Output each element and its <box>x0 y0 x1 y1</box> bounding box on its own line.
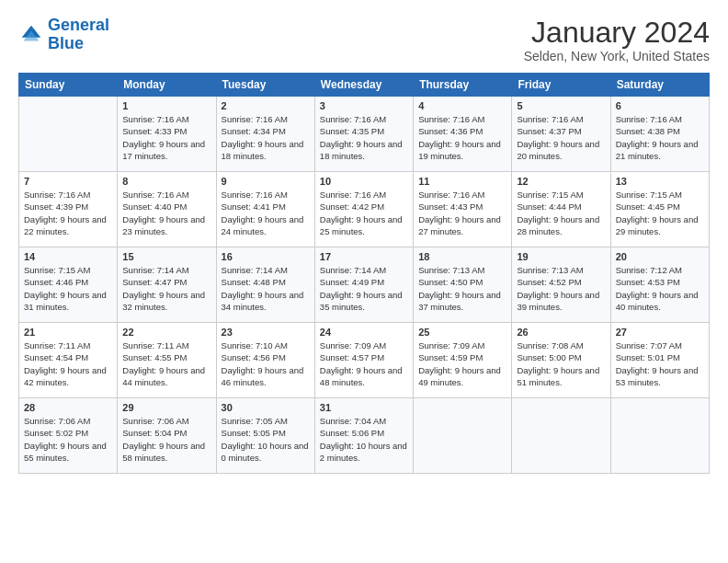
cell-4-3: 23Sunrise: 7:10 AMSunset: 4:56 PMDayligh… <box>216 323 314 398</box>
logo-line1: General <box>48 16 109 34</box>
day-info: Sunrise: 7:16 AMSunset: 4:41 PMDaylight:… <box>222 189 310 237</box>
title-block: January 2024 Selden, New York, United St… <box>524 17 710 63</box>
day-number: 16 <box>222 251 310 262</box>
day-info: Sunrise: 7:15 AMSunset: 4:44 PMDaylight:… <box>517 189 605 237</box>
col-thursday: Thursday <box>414 74 512 97</box>
week-row-4: 21Sunrise: 7:11 AMSunset: 4:54 PMDayligh… <box>19 323 710 398</box>
cell-5-5 <box>414 398 512 474</box>
cell-1-5: 4Sunrise: 7:16 AMSunset: 4:36 PMDaylight… <box>414 97 512 172</box>
day-info: Sunrise: 7:13 AMSunset: 4:52 PMDaylight:… <box>517 264 605 313</box>
cell-2-3: 9Sunrise: 7:16 AMSunset: 4:41 PMDaylight… <box>216 172 314 247</box>
cell-4-2: 22Sunrise: 7:11 AMSunset: 4:55 PMDayligh… <box>118 323 216 398</box>
logo-icon <box>18 22 44 48</box>
cell-3-1: 14Sunrise: 7:15 AMSunset: 4:46 PMDayligh… <box>19 247 118 323</box>
cell-2-5: 11Sunrise: 7:16 AMSunset: 4:43 PMDayligh… <box>414 172 512 247</box>
cell-3-4: 17Sunrise: 7:14 AMSunset: 4:49 PMDayligh… <box>314 247 413 323</box>
day-number: 27 <box>616 327 704 338</box>
day-number: 8 <box>122 176 210 187</box>
day-number: 23 <box>222 327 310 338</box>
day-info: Sunrise: 7:16 AMSunset: 4:34 PMDaylight:… <box>222 113 310 162</box>
cell-4-5: 25Sunrise: 7:09 AMSunset: 4:59 PMDayligh… <box>414 323 512 398</box>
col-wednesday: Wednesday <box>314 74 413 97</box>
day-info: Sunrise: 7:07 AMSunset: 5:01 PMDaylight:… <box>616 339 704 388</box>
logo-line2: Blue <box>48 34 84 52</box>
cell-5-2: 29Sunrise: 7:06 AMSunset: 5:04 PMDayligh… <box>118 398 216 474</box>
week-row-3: 14Sunrise: 7:15 AMSunset: 4:46 PMDayligh… <box>19 247 710 323</box>
day-number: 21 <box>24 327 112 338</box>
day-info: Sunrise: 7:15 AMSunset: 4:46 PMDaylight:… <box>24 264 112 313</box>
day-number: 6 <box>616 100 704 111</box>
col-saturday: Saturday <box>610 74 709 97</box>
cell-5-4: 31Sunrise: 7:04 AMSunset: 5:06 PMDayligh… <box>314 398 413 474</box>
day-info: Sunrise: 7:14 AMSunset: 4:48 PMDaylight:… <box>222 264 310 313</box>
cell-2-1: 7Sunrise: 7:16 AMSunset: 4:39 PMDaylight… <box>19 172 118 247</box>
cell-5-1: 28Sunrise: 7:06 AMSunset: 5:02 PMDayligh… <box>19 398 118 474</box>
day-info: Sunrise: 7:16 AMSunset: 4:37 PMDaylight:… <box>517 113 605 162</box>
col-tuesday: Tuesday <box>216 74 314 97</box>
day-number: 17 <box>320 251 408 262</box>
cell-5-3: 30Sunrise: 7:05 AMSunset: 5:05 PMDayligh… <box>216 398 314 474</box>
cell-2-6: 12Sunrise: 7:15 AMSunset: 4:44 PMDayligh… <box>512 172 610 247</box>
cell-4-7: 27Sunrise: 7:07 AMSunset: 5:01 PMDayligh… <box>610 323 709 398</box>
location: Selden, New York, United States <box>524 49 710 63</box>
day-info: Sunrise: 7:05 AMSunset: 5:05 PMDaylight:… <box>222 415 310 464</box>
day-number: 3 <box>320 100 408 111</box>
cell-3-6: 19Sunrise: 7:13 AMSunset: 4:52 PMDayligh… <box>512 247 610 323</box>
day-info: Sunrise: 7:16 AMSunset: 4:36 PMDaylight:… <box>418 113 506 162</box>
day-number: 19 <box>517 251 605 262</box>
cell-3-7: 20Sunrise: 7:12 AMSunset: 4:53 PMDayligh… <box>610 247 709 323</box>
cell-2-2: 8Sunrise: 7:16 AMSunset: 4:40 PMDaylight… <box>118 172 216 247</box>
day-info: Sunrise: 7:14 AMSunset: 4:47 PMDaylight:… <box>122 264 210 313</box>
day-number: 7 <box>24 176 112 187</box>
page: General Blue January 2024 Selden, New Yo… <box>0 0 728 563</box>
day-info: Sunrise: 7:06 AMSunset: 5:02 PMDaylight:… <box>24 415 112 464</box>
cell-2-4: 10Sunrise: 7:16 AMSunset: 4:42 PMDayligh… <box>314 172 413 247</box>
cell-4-6: 26Sunrise: 7:08 AMSunset: 5:00 PMDayligh… <box>512 323 610 398</box>
day-info: Sunrise: 7:12 AMSunset: 4:53 PMDaylight:… <box>616 264 704 313</box>
col-sunday: Sunday <box>19 74 118 97</box>
day-number: 4 <box>418 100 506 111</box>
day-number: 29 <box>122 402 210 413</box>
day-number: 10 <box>320 176 408 187</box>
day-info: Sunrise: 7:16 AMSunset: 4:40 PMDaylight:… <box>122 189 210 237</box>
day-info: Sunrise: 7:09 AMSunset: 4:57 PMDaylight:… <box>320 339 408 388</box>
day-info: Sunrise: 7:11 AMSunset: 4:55 PMDaylight:… <box>122 339 210 388</box>
cell-1-3: 2Sunrise: 7:16 AMSunset: 4:34 PMDaylight… <box>216 97 314 172</box>
day-number: 24 <box>320 327 408 338</box>
day-number: 2 <box>222 100 310 111</box>
cell-1-7: 6Sunrise: 7:16 AMSunset: 4:38 PMDaylight… <box>610 97 709 172</box>
cell-1-6: 5Sunrise: 7:16 AMSunset: 4:37 PMDaylight… <box>512 97 610 172</box>
day-number: 20 <box>616 251 704 262</box>
day-number: 14 <box>24 251 112 262</box>
cell-2-7: 13Sunrise: 7:15 AMSunset: 4:45 PMDayligh… <box>610 172 709 247</box>
day-info: Sunrise: 7:16 AMSunset: 4:33 PMDaylight:… <box>122 113 210 162</box>
day-number: 18 <box>418 251 506 262</box>
day-info: Sunrise: 7:04 AMSunset: 5:06 PMDaylight:… <box>320 415 408 464</box>
day-info: Sunrise: 7:16 AMSunset: 4:35 PMDaylight:… <box>320 113 408 162</box>
day-info: Sunrise: 7:08 AMSunset: 5:00 PMDaylight:… <box>517 339 605 388</box>
day-info: Sunrise: 7:09 AMSunset: 4:59 PMDaylight:… <box>418 339 506 388</box>
week-row-2: 7Sunrise: 7:16 AMSunset: 4:39 PMDaylight… <box>19 172 710 247</box>
cell-3-2: 15Sunrise: 7:14 AMSunset: 4:47 PMDayligh… <box>118 247 216 323</box>
header-row: Sunday Monday Tuesday Wednesday Thursday… <box>19 74 710 97</box>
day-info: Sunrise: 7:16 AMSunset: 4:42 PMDaylight:… <box>320 189 408 237</box>
cell-4-1: 21Sunrise: 7:11 AMSunset: 4:54 PMDayligh… <box>19 323 118 398</box>
day-number: 1 <box>122 100 210 111</box>
cell-1-4: 3Sunrise: 7:16 AMSunset: 4:35 PMDaylight… <box>314 97 413 172</box>
cell-5-6 <box>512 398 610 474</box>
day-info: Sunrise: 7:16 AMSunset: 4:38 PMDaylight:… <box>616 113 704 162</box>
day-number: 26 <box>517 327 605 338</box>
day-info: Sunrise: 7:11 AMSunset: 4:54 PMDaylight:… <box>24 339 112 388</box>
logo: General Blue <box>18 17 109 53</box>
cell-3-3: 16Sunrise: 7:14 AMSunset: 4:48 PMDayligh… <box>216 247 314 323</box>
cell-1-2: 1Sunrise: 7:16 AMSunset: 4:33 PMDaylight… <box>118 97 216 172</box>
day-info: Sunrise: 7:16 AMSunset: 4:43 PMDaylight:… <box>418 189 506 237</box>
day-info: Sunrise: 7:16 AMSunset: 4:39 PMDaylight:… <box>24 189 112 237</box>
week-row-1: 1Sunrise: 7:16 AMSunset: 4:33 PMDaylight… <box>19 97 710 172</box>
month-title: January 2024 <box>524 17 710 49</box>
cell-4-4: 24Sunrise: 7:09 AMSunset: 4:57 PMDayligh… <box>314 323 413 398</box>
cell-3-5: 18Sunrise: 7:13 AMSunset: 4:50 PMDayligh… <box>414 247 512 323</box>
day-info: Sunrise: 7:14 AMSunset: 4:49 PMDaylight:… <box>320 264 408 313</box>
day-number: 13 <box>616 176 704 187</box>
day-number: 28 <box>24 402 112 413</box>
